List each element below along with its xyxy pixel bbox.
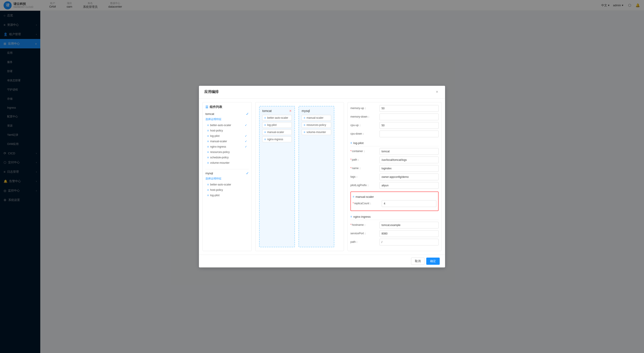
topo-item-better-auto-scaler: ≡ better-auto-scaler (262, 115, 292, 121)
component-item-schedule-policy-tomcat[interactable]: ≡ schedule-policy (206, 155, 249, 160)
config-row-cpu-up: cpu-up： (350, 122, 438, 129)
component-item-log-pilot-tomcat[interactable]: ≡ log-pilot ✓ (206, 133, 249, 139)
label-cpu-up: cpu-up： (350, 123, 380, 127)
label-cpu-down: cpu-down： (350, 132, 380, 136)
input-hostname[interactable] (380, 222, 438, 228)
modal-app-arrange: 应用编排 × ☰ 组件列表 tomcat ✓ 选择运维特征 (199, 86, 445, 267)
input-cpu-down[interactable] (380, 131, 438, 137)
input-tags[interactable] (380, 174, 438, 180)
config-section-manual-scaler: ≡ manual-scaler replicaCount： (350, 191, 438, 211)
component-item-host-policy-mysql[interactable]: ≡ host-policy (206, 187, 249, 193)
topo-item-volume-mounter-mysql: ≡ volume-mounter (302, 129, 331, 135)
group-header-tomcat: tomcat ✓ (206, 112, 249, 116)
config-section-log-pilot: ≡ log-pilot container： path： name： (350, 140, 438, 189)
component-icon: ≡ (264, 116, 266, 119)
component-item-log-pilot-mysql[interactable]: ≡ log-pilot (206, 193, 249, 198)
label-name: name： (350, 166, 380, 170)
config-row-service-port: servicePort： (350, 230, 438, 237)
config-row-replica-count: replicaCount： (353, 200, 436, 207)
input-container[interactable] (380, 148, 438, 155)
input-memory-down[interactable] (380, 114, 438, 120)
label-path-ingress: path： (350, 240, 380, 244)
input-path-ingress[interactable] (380, 239, 438, 245)
component-icon: ≡ (207, 129, 209, 132)
component-icon: ≡ (207, 194, 209, 197)
component-item-nginx-ingress-tomcat[interactable]: ≡ nginx-ingress ✓ (206, 144, 249, 149)
topo-service-header-tomcat: tomcat ✕ (262, 109, 292, 113)
label-memory-up: memory-up： (350, 106, 380, 110)
config-row-pilot-log-prefix: pilotLogPrefix： (350, 182, 438, 189)
confirm-button[interactable]: 确定 (426, 258, 440, 265)
label-pilot-log-prefix: pilotLogPrefix： (350, 183, 380, 187)
component-icon: ≡ (304, 123, 305, 127)
topo-close-tomcat[interactable]: ✕ (289, 109, 292, 113)
component-item-host-policy-tomcat[interactable]: ≡ host-policy (206, 128, 249, 133)
config-section-nginx-ingress: ≡ nginx-ingress hostname： servicePort： p… (350, 214, 438, 245)
label-replica-count: replicaCount： (353, 202, 382, 205)
config-row-path-ingress: path： (350, 239, 438, 245)
section-icon: ≡ (350, 141, 352, 144)
topo-service-mysql: mysql ≡ manual-scaler ≡ resources-policy… (298, 106, 334, 247)
input-name[interactable] (380, 165, 438, 172)
modal-overlay: 应用编排 × ☰ 组件列表 tomcat ✓ 选择运维特征 (0, 0, 644, 353)
input-path[interactable] (380, 157, 438, 163)
component-icon: ≡ (304, 116, 305, 119)
component-icon: ≡ (207, 188, 209, 191)
component-item-resources-policy-tomcat[interactable]: ≡ resources-policy (206, 149, 249, 155)
section-icon: ≡ (353, 195, 354, 198)
component-group-tomcat: tomcat ✓ 选择运维特征 ≡ better-auto-scaler ✓ ≡… (206, 112, 249, 166)
component-icon: ≡ (304, 131, 305, 134)
section-title-log-pilot: ≡ log-pilot (350, 140, 438, 146)
input-memory-up[interactable] (380, 105, 438, 112)
divider (206, 169, 249, 169)
group-header-mysql: mysql ✓ (206, 171, 249, 175)
group-check-tomcat: ✓ (246, 112, 249, 116)
component-item-volume-mounter-tomcat[interactable]: ≡ volume-mounter (206, 160, 249, 166)
component-icon: ≡ (207, 156, 209, 159)
select-label-tomcat: 选择运维特征 (206, 117, 249, 121)
input-cpu-up[interactable] (380, 122, 438, 129)
input-replica-count[interactable] (382, 200, 436, 207)
label-path: path： (350, 158, 380, 162)
component-panel-title: ☰ 组件列表 (206, 105, 249, 109)
component-item-better-auto-scaler-tomcat[interactable]: ≡ better-auto-scaler ✓ (206, 123, 249, 128)
label-memory-down: memory-down： (350, 115, 380, 119)
modal-body: ☰ 组件列表 tomcat ✓ 选择运维特征 ≡ better-auto-sca… (199, 99, 445, 255)
config-row-hostname: hostname： (350, 222, 438, 228)
config-row-name: name： (350, 165, 438, 172)
config-row-cpu-down: cpu-down： (350, 131, 438, 137)
component-item-better-auto-scaler-mysql[interactable]: ≡ better-auto-scaler (206, 182, 249, 187)
input-service-port[interactable] (380, 230, 438, 237)
check-icon: ✓ (245, 134, 247, 138)
modal-close-button[interactable]: × (434, 89, 440, 95)
cancel-button[interactable]: 取消 (411, 258, 424, 265)
section-title-nginx-ingress: ≡ nginx-ingress (350, 214, 438, 220)
check-icon: ✓ (245, 145, 247, 148)
component-icon: ≡ (264, 138, 266, 141)
topo-item-manual-scaler-mysql: ≡ manual-scaler (302, 115, 331, 121)
config-row-container: container： (350, 148, 438, 155)
config-row-path: path： (350, 157, 438, 163)
topo-item-log-pilot: ≡ log-pilot (262, 122, 292, 128)
topo-service-tomcat: tomcat ✕ ≡ better-auto-scaler ≡ log-pilo… (259, 106, 295, 247)
topology-panel: tomcat ✕ ≡ better-auto-scaler ≡ log-pilo… (255, 102, 344, 251)
input-pilot-log-prefix[interactable] (380, 182, 438, 189)
topo-service-header-mysql: mysql (302, 109, 331, 113)
component-panel: ☰ 组件列表 tomcat ✓ 选择运维特征 ≡ better-auto-sca… (202, 102, 252, 251)
label-container: container： (350, 149, 380, 153)
config-panel: memory-up： memory-down： cpu-up： cpu-down… (348, 102, 442, 251)
config-row-memory-up: memory-up： (350, 105, 438, 112)
component-item-manual-scaler-tomcat[interactable]: ≡ manual-scaler ✓ (206, 139, 249, 144)
modal-title: 应用编排 (204, 90, 218, 94)
component-icon: ≡ (207, 151, 209, 154)
component-group-mysql: mysql ✓ 选择运维特征 ≡ better-auto-scaler ≡ ho… (206, 171, 249, 198)
component-icon: ≡ (207, 134, 209, 138)
config-row-memory-down: memory-down： (350, 114, 438, 120)
topo-item-manual-scaler: ≡ manual-scaler (262, 129, 292, 135)
topo-item-nginx-ingress: ≡ nginx-ingress (262, 136, 292, 142)
modal-footer: 取消 确定 (199, 255, 445, 267)
component-icon: ≡ (207, 140, 209, 143)
component-icon: ≡ (207, 161, 209, 164)
component-icon: ≡ (264, 123, 266, 127)
section-icon: ≡ (350, 215, 352, 218)
